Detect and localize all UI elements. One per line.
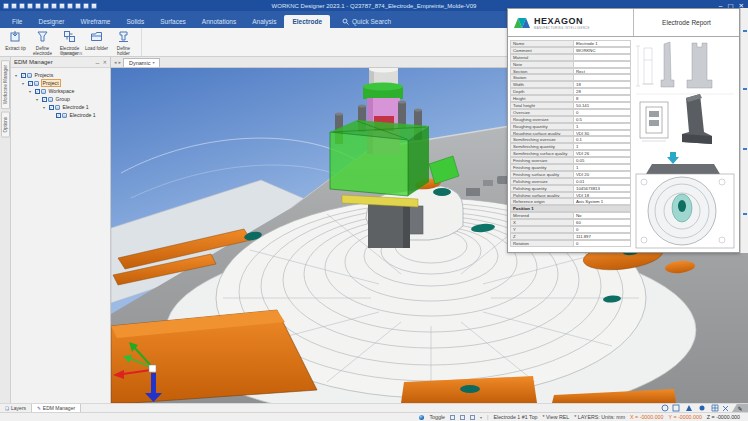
measure-icon[interactable] (67, 3, 73, 9)
report-row-label: Y (510, 226, 574, 233)
toggle-label[interactable]: Toggle (429, 414, 445, 420)
tree-item-workspace-2[interactable]: ▾✓Workspace (13, 87, 110, 95)
report-row-value: No (574, 212, 631, 219)
report-row: SectionRect (510, 68, 631, 75)
paste-icon[interactable] (59, 3, 65, 9)
report-row-label: Oversize (510, 109, 574, 116)
define-electrode-button[interactable]: Define electrode (29, 28, 56, 51)
chevron-down-icon[interactable]: ▾ (480, 415, 482, 420)
tree-item-electrode-1-5[interactable]: ✓Electrode 1 (13, 111, 110, 119)
tree-item-projects-0[interactable]: ▾✓Projects (13, 71, 110, 79)
report-row: Rotation0 (510, 240, 631, 247)
tree-checkbox[interactable]: ✓ (49, 105, 54, 110)
tree-checkbox[interactable]: ✓ (28, 81, 33, 86)
electrode-icon (62, 113, 67, 118)
layers-icon[interactable] (83, 3, 89, 9)
quick-search[interactable]: Quick Search (336, 15, 397, 28)
shaded-view-icon (700, 406, 705, 411)
view-icon[interactable] (75, 3, 81, 9)
status-bar: Toggle ▾ | Electrode 1 #1 Top * View REL… (0, 412, 748, 421)
undo-icon[interactable] (11, 3, 17, 9)
snap-point-icon[interactable] (460, 415, 465, 420)
snap-grid-icon[interactable] (450, 415, 455, 420)
define-holder-button[interactable]: Define holder (110, 28, 137, 51)
insert-arrow-icon[interactable] (667, 152, 679, 164)
tree-checkbox[interactable]: ✓ (42, 97, 47, 102)
tree-expander-icon[interactable]: ▾ (43, 105, 47, 110)
electrode-icon (55, 105, 60, 110)
tree-item-electrode-1-4[interactable]: ▾✓Electrode 1 (13, 103, 110, 111)
tab-annotations[interactable]: Annotations (194, 15, 244, 28)
tab-designer[interactable]: Designer (30, 15, 72, 28)
viewport-tool-icons[interactable] (660, 404, 730, 412)
tree-checkbox[interactable]: ✓ (35, 89, 40, 94)
split-view-icon (712, 405, 718, 411)
report-row-value: 1 (574, 143, 631, 150)
teal-feature[interactable] (460, 385, 480, 393)
tab-file[interactable]: File (4, 15, 30, 28)
chevron-down-icon[interactable]: ▾ (152, 60, 154, 65)
report-row-value: Electrode 1 (574, 40, 631, 47)
tree-expander-icon[interactable]: ▾ (36, 97, 40, 102)
report-row-label: Semifinishing oversize (510, 136, 574, 143)
viewport-tab-dynamic[interactable]: Dynamic ▾ (123, 58, 160, 67)
rail-tab-options[interactable]: Options (1, 112, 10, 138)
rail-tab-workzone-manager[interactable]: Workzone Manager (1, 60, 10, 109)
toggle-sphere-icon[interactable] (419, 415, 424, 420)
redo-icon[interactable] (19, 3, 25, 9)
report-row-value: VDI 20 (574, 171, 631, 178)
viewport-tools: ✎ (660, 404, 748, 412)
electrode-manager-button[interactable]: Electrode manager (56, 28, 83, 51)
left-rail: Workzone ManagerOptions (0, 57, 11, 403)
tree-expander-icon[interactable]: ▾ (22, 81, 26, 86)
report-row-label: X (510, 219, 574, 226)
sketch-pencil-icon[interactable]: ✎ (732, 404, 748, 412)
report-row: Total height50.141 (510, 102, 631, 109)
tab-scroll-right-icon[interactable]: ▸ (119, 59, 122, 65)
tab-surfaces[interactable]: Surfaces (152, 15, 194, 28)
bottom-tab-layers[interactable]: ❏Layers (0, 404, 32, 412)
report-scrollbar[interactable] (740, 8, 748, 253)
tree-checkbox[interactable]: ✓ (21, 73, 26, 78)
snap-axis-icon[interactable] (470, 415, 475, 420)
pin-icon[interactable]: ⚊ (95, 59, 99, 65)
tree-checkbox[interactable]: ✓ (56, 113, 61, 118)
tree-item-label: Project (41, 79, 61, 87)
copy-icon[interactable] (51, 3, 57, 9)
report-row-label: Section (510, 68, 574, 75)
tab-analysis[interactable]: Analysis (244, 15, 284, 28)
report-row: Station (510, 74, 631, 81)
report-row-value (574, 54, 631, 61)
close-icon[interactable]: ✕ (103, 59, 107, 65)
electrode-side-view (661, 42, 674, 87)
report-row: Z111.897 (510, 233, 631, 240)
orbit-icon (662, 405, 668, 411)
print-icon[interactable] (43, 3, 49, 9)
tree-item-label: Projects (34, 72, 55, 78)
settings-icon[interactable] (91, 3, 97, 9)
tree-expander-icon[interactable]: ▾ (29, 89, 33, 94)
load-folder-button[interactable]: Load folder (83, 28, 110, 51)
load-folder-icon (90, 29, 103, 47)
report-row: Width18 (510, 81, 631, 88)
report-row: Roughing surface qualityVDI 30 (510, 130, 631, 137)
bottom-tab-label: EDM Manager (43, 405, 75, 411)
save-icon[interactable] (3, 3, 9, 9)
report-row-label: Note (510, 61, 574, 68)
tab-wireframe[interactable]: Wireframe (73, 15, 119, 28)
tab-solids[interactable]: Solids (118, 15, 152, 28)
tree-expander-icon[interactable]: ▾ (15, 73, 19, 78)
open-icon[interactable] (35, 3, 41, 9)
extract-tip-button[interactable]: Extract tip (2, 28, 29, 51)
report-images (634, 40, 739, 251)
tree-item-project-1[interactable]: ▾✓Project (13, 79, 110, 87)
tree-item-group-3[interactable]: ▾✓Group (13, 95, 110, 103)
hexagon-logo: HEXAGON MANUFACTURING INTELLIGENCE (508, 9, 634, 36)
tab-scroll-left-icon[interactable]: ◂ (114, 59, 117, 65)
report-row-label: Finishing oversize (510, 157, 574, 164)
new-icon[interactable] (27, 3, 33, 9)
bottom-tab-edm-manager[interactable]: ✎EDM Manager (32, 404, 81, 412)
report-row: Polishing oversize0.01 (510, 178, 631, 185)
holder-cube-front (330, 132, 408, 196)
tab-electrode[interactable]: Electrode (284, 15, 330, 28)
